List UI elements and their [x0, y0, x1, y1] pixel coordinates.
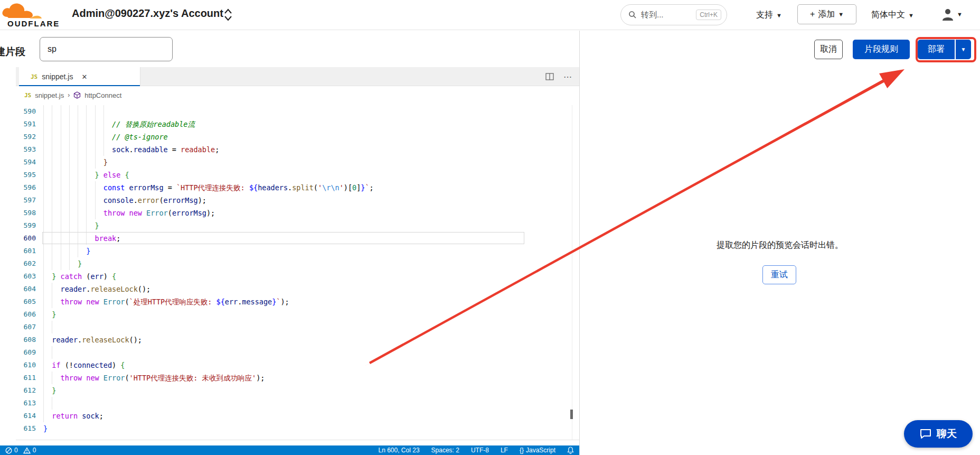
- global-search[interactable]: 转到... Ctrl+K: [620, 4, 727, 25]
- code-token: `处理HTTP代理响应失败:: [129, 295, 216, 308]
- chat-label: 聊天: [937, 427, 957, 441]
- chat-button[interactable]: 聊天: [904, 420, 973, 448]
- line-number[interactable]: 597: [16, 194, 36, 207]
- code-line: 596const errorMsg = `HTTP代理连接失败: ${heade…: [16, 181, 579, 194]
- code-token: !: [69, 359, 73, 372]
- line-number[interactable]: 596: [16, 181, 36, 194]
- retry-button[interactable]: 重试: [762, 265, 796, 284]
- close-tab-icon[interactable]: ✕: [81, 73, 87, 81]
- code-token: }: [95, 169, 99, 181]
- code-token: (: [159, 194, 163, 207]
- cancel-button[interactable]: 取消: [814, 40, 843, 59]
- line-number[interactable]: 601: [16, 245, 36, 257]
- language-mode[interactable]: {} JavaScript: [520, 447, 555, 454]
- code-token: releaseLock: [82, 333, 129, 346]
- split-editor-icon[interactable]: [545, 72, 554, 81]
- code-token: ': [340, 181, 344, 194]
- tab-snippet-js[interactable]: JS snippet.js ✕: [19, 67, 140, 86]
- line-number[interactable]: 610: [16, 359, 36, 372]
- line-number[interactable]: 598: [16, 207, 36, 219]
- code-token: error: [138, 194, 159, 207]
- line-number[interactable]: 612: [16, 384, 36, 397]
- encoding-setting[interactable]: UTF-8: [471, 447, 489, 454]
- horizontal-scrollbar[interactable]: [16, 440, 579, 440]
- code-line: 593sock.readable = readable;: [16, 143, 579, 156]
- line-number[interactable]: 607: [16, 321, 36, 333]
- line-number[interactable]: 613: [16, 397, 36, 410]
- code-token: `: [276, 295, 280, 308]
- problems-indicator[interactable]: 0 0: [5, 447, 36, 454]
- snippet-name-input[interactable]: [40, 37, 173, 61]
- line-number[interactable]: 599: [16, 219, 36, 232]
- line-number[interactable]: 605: [16, 295, 36, 308]
- snippet-rules-button[interactable]: 片段规则: [853, 40, 910, 59]
- line-number[interactable]: 608: [16, 333, 36, 346]
- code-token: headers: [258, 181, 288, 194]
- code-token: [78, 410, 82, 422]
- code-token: err: [90, 270, 103, 283]
- code-token: ;: [99, 410, 103, 422]
- vertical-scrollbar[interactable]: [572, 105, 572, 440]
- deploy-dropdown-button[interactable]: ▼: [955, 40, 971, 59]
- code-line: 615}: [16, 422, 579, 435]
- code-line: 610if (!connected) {: [16, 359, 579, 372]
- line-number[interactable]: 606: [16, 308, 36, 321]
- code-token: [82, 295, 86, 308]
- indent-guides: [43, 219, 95, 232]
- warning-icon: [23, 447, 31, 454]
- more-actions-icon[interactable]: ⋯: [563, 72, 572, 82]
- warning-count: 0: [33, 447, 36, 454]
- indent-guides: [43, 372, 61, 384]
- active-tab-indicator: [19, 85, 140, 86]
- line-number[interactable]: 609: [16, 346, 36, 359]
- indent-guides: [43, 333, 52, 346]
- breadcrumb-file[interactable]: snippet.js: [35, 91, 64, 99]
- line-number[interactable]: 592: [16, 131, 36, 143]
- bell-icon[interactable]: [567, 447, 574, 454]
- add-menu-button[interactable]: + 添加 ▼: [797, 4, 856, 24]
- code-token: [99, 295, 103, 308]
- code-line: 609: [16, 346, 579, 359]
- indentation-setting[interactable]: Spaces: 2: [431, 447, 459, 454]
- code-token: err: [225, 295, 238, 308]
- line-number[interactable]: 594: [16, 156, 36, 169]
- line-number[interactable]: 593: [16, 143, 36, 156]
- code-token: }: [272, 295, 276, 308]
- code-token: }: [361, 181, 365, 194]
- line-number[interactable]: 614: [16, 410, 36, 422]
- line-number[interactable]: 595: [16, 169, 36, 181]
- cloudflare-dashboard: OUDFLARE Admin@090227.xyz's Account 转到..…: [0, 0, 980, 455]
- account-switch-icon[interactable]: [223, 7, 233, 23]
- line-number[interactable]: 615: [16, 422, 36, 435]
- line-number[interactable]: 600: [16, 232, 36, 245]
- indent-guides: [43, 143, 112, 156]
- code-token: sock: [112, 143, 129, 156]
- code-token: [120, 169, 125, 181]
- code-line: 601}: [16, 245, 579, 257]
- line-number[interactable]: 611: [16, 372, 36, 384]
- language-menu[interactable]: 简体中文 ▼: [871, 0, 914, 30]
- code-content[interactable]: 590591// 替换原始readable流592// @ts-ignore59…: [16, 105, 579, 425]
- code-token: ();: [129, 333, 142, 346]
- chat-bubble-icon: [920, 429, 931, 439]
- deploy-button[interactable]: 部署: [918, 40, 955, 59]
- eol-setting[interactable]: LF: [501, 447, 508, 454]
- support-menu[interactable]: 支持 ▼: [756, 0, 782, 30]
- code-token: (: [125, 295, 129, 308]
- line-number[interactable]: 590: [16, 105, 36, 118]
- line-number[interactable]: 604: [16, 283, 36, 295]
- code-token: Error: [103, 295, 125, 308]
- code-token: ): [112, 359, 120, 372]
- editor-status-bar: 0 0 Ln 600, Col 23 Spaces: 2 UTF-8 LF {}…: [0, 445, 579, 455]
- line-number[interactable]: 603: [16, 270, 36, 283]
- indent-guides: [43, 131, 112, 143]
- code-line: 607: [16, 321, 579, 333]
- user-menu[interactable]: ▼: [941, 7, 963, 21]
- breadcrumb-symbol[interactable]: httpConnect: [84, 91, 121, 99]
- line-number[interactable]: 602: [16, 257, 36, 270]
- code-token: break: [95, 232, 117, 245]
- cursor-position[interactable]: Ln 600, Col 23: [379, 447, 420, 454]
- code-token: (: [125, 372, 129, 384]
- line-number[interactable]: 591: [16, 118, 36, 131]
- breadcrumb: JS snippet.js › httpConnect: [16, 87, 579, 104]
